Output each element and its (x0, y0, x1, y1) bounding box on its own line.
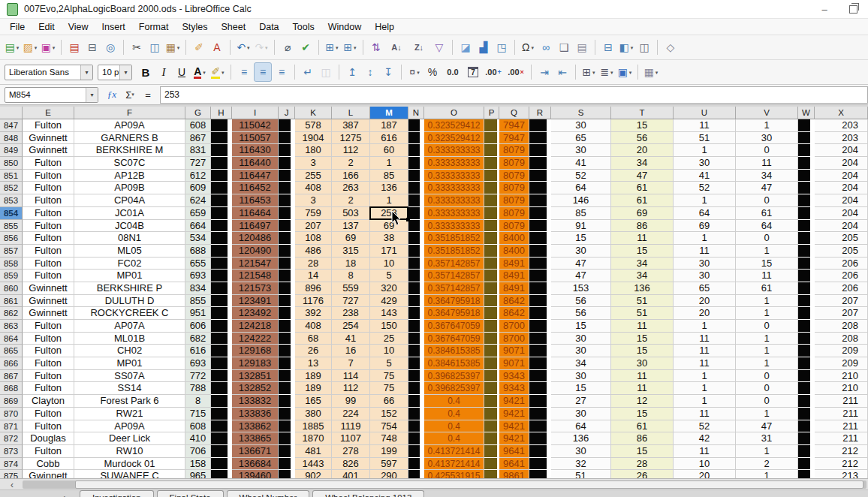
cell-X848[interactable]: 203 (815, 132, 868, 145)
cell-P849[interactable] (484, 144, 499, 157)
cell-R869[interactable] (529, 395, 551, 408)
cell-F862[interactable]: ROCKYCREEK C (74, 307, 185, 320)
cell-P870[interactable] (484, 408, 499, 420)
cell-O865[interactable]: 0.384615385 (424, 345, 484, 357)
cell-X874[interactable]: 212 (815, 458, 868, 471)
cell-L874[interactable]: 826 (332, 458, 370, 471)
cell-P866[interactable] (484, 357, 499, 370)
row-header-854[interactable]: 854 (0, 207, 23, 220)
chevron-down-icon[interactable]: ▾ (610, 70, 613, 75)
cell-R870[interactable] (529, 408, 551, 420)
cell-O856[interactable]: 0.351851852 (424, 232, 484, 245)
menu-data[interactable]: Data (252, 20, 285, 34)
cell-Q873[interactable]: 9641 (499, 445, 529, 458)
grid-corner[interactable] (0, 107, 23, 119)
cell-L855[interactable]: 137 (332, 220, 370, 233)
align-right-button[interactable]: ≡ (273, 63, 290, 81)
copy-button[interactable]: ◫ (146, 38, 163, 56)
cell-V850[interactable]: 11 (736, 157, 798, 170)
cell-K860[interactable]: 896 (295, 282, 332, 295)
cell-R851[interactable] (529, 170, 551, 182)
cell-Q849[interactable]: 8079 (499, 144, 529, 157)
cell-V852[interactable]: 47 (736, 182, 798, 194)
chevron-down-icon[interactable]: ▾ (53, 45, 56, 50)
cell-I850[interactable]: 116440 (232, 157, 279, 170)
align-left-button[interactable]: ≡ (236, 63, 252, 81)
cell-J863[interactable] (279, 320, 295, 333)
cell-K868[interactable]: 189 (295, 382, 332, 395)
cell-K863[interactable]: 408 (295, 320, 332, 333)
function-wizard-button[interactable]: ƒx (103, 86, 121, 103)
draw-functions-button[interactable]: ◇ (662, 38, 679, 56)
cell-Q861[interactable]: 8642 (499, 295, 529, 308)
cell-F847[interactable]: AP09A (74, 119, 185, 132)
cell-U867[interactable]: 1 (674, 370, 736, 383)
cell-T866[interactable]: 30 (611, 357, 674, 370)
row-header-867[interactable]: 867 (0, 370, 23, 383)
cell-K859[interactable]: 14 (295, 270, 332, 282)
cell-M868[interactable]: 75 (370, 382, 408, 395)
row-header-855[interactable]: 855 (0, 220, 23, 233)
cell-G859[interactable]: 693 (185, 270, 211, 282)
cell-I857[interactable]: 120490 (232, 245, 279, 258)
cell-W855[interactable] (798, 220, 815, 233)
conditional-formatting-button[interactable]: ▦▾ (643, 63, 659, 81)
cell-T855[interactable]: 86 (611, 220, 674, 233)
cell-X855[interactable]: 204 (815, 220, 868, 233)
cell-H875[interactable] (211, 470, 232, 478)
cell-O873[interactable]: 0.413721414 (424, 445, 484, 458)
cell-H857[interactable] (211, 245, 232, 258)
cell-Q875[interactable]: 9861 (499, 470, 529, 478)
cell-N872[interactable] (408, 432, 424, 445)
cell-F853[interactable]: CP04A (74, 194, 185, 207)
cell-R847[interactable] (529, 119, 551, 132)
format-as-percent-button[interactable]: % (424, 63, 441, 81)
cell-P872[interactable] (484, 432, 499, 445)
cell-X854[interactable]: 204 (815, 207, 868, 220)
cell-I851[interactable]: 116447 (232, 170, 279, 182)
cell-F875[interactable]: SUWANEE C (74, 470, 185, 478)
autofilter-button[interactable]: ▽ (431, 38, 448, 56)
cell-S862[interactable]: 56 (551, 307, 611, 320)
cell-Q869[interactable]: 9421 (499, 395, 529, 408)
cell-H851[interactable] (211, 170, 232, 182)
cell-N871[interactable] (408, 420, 424, 433)
menu-edit[interactable]: Edit (32, 20, 62, 34)
cell-P862[interactable] (484, 307, 499, 320)
clone-formatting-button[interactable]: ✐ (191, 38, 207, 56)
cell-O861[interactable]: 0.364795918 (424, 295, 484, 308)
col-header-S[interactable]: S (551, 107, 611, 119)
cell-U851[interactable]: 41 (674, 170, 736, 182)
sort-descending-button[interactable]: Z↓ (408, 38, 429, 56)
cell-U868[interactable]: 1 (674, 382, 736, 395)
cell-F860[interactable]: BERKSHIRE P (74, 282, 185, 295)
col-header-I[interactable]: I (232, 107, 279, 119)
cell-U858[interactable]: 30 (674, 258, 736, 270)
cell-G850[interactable]: 727 (185, 157, 211, 170)
cell-K872[interactable]: 1870 (295, 432, 332, 445)
cell-G851[interactable]: 612 (185, 170, 211, 182)
cell-R859[interactable] (529, 270, 551, 282)
cell-J864[interactable] (279, 333, 295, 345)
col-header-T[interactable]: T (611, 107, 674, 119)
cell-P853[interactable] (484, 194, 499, 207)
cell-E875[interactable]: Gwinnett (23, 470, 74, 478)
undo-button[interactable]: ↶▾ (235, 38, 252, 56)
cell-S847[interactable]: 30 (551, 119, 611, 132)
cell-P867[interactable] (484, 370, 499, 383)
cell-G874[interactable]: 158 (185, 458, 211, 471)
cell-J856[interactable] (279, 232, 295, 245)
cell-G852[interactable]: 609 (185, 182, 211, 194)
cell-X872[interactable]: 211 (815, 432, 868, 445)
cell-X864[interactable]: 208 (815, 333, 868, 345)
cell-T868[interactable]: 11 (611, 382, 674, 395)
cell-V874[interactable]: 2 (736, 458, 798, 471)
cell-T858[interactable]: 34 (611, 258, 674, 270)
cell-V856[interactable]: 0 (736, 232, 798, 245)
cell-S853[interactable]: 146 (551, 194, 611, 207)
cell-I854[interactable]: 116464 (232, 207, 279, 220)
cell-Q863[interactable]: 8700 (499, 320, 529, 333)
cell-E854[interactable]: Fulton (23, 207, 74, 220)
cell-U856[interactable]: 1 (674, 232, 736, 245)
menu-sheet[interactable]: Sheet (214, 20, 252, 34)
